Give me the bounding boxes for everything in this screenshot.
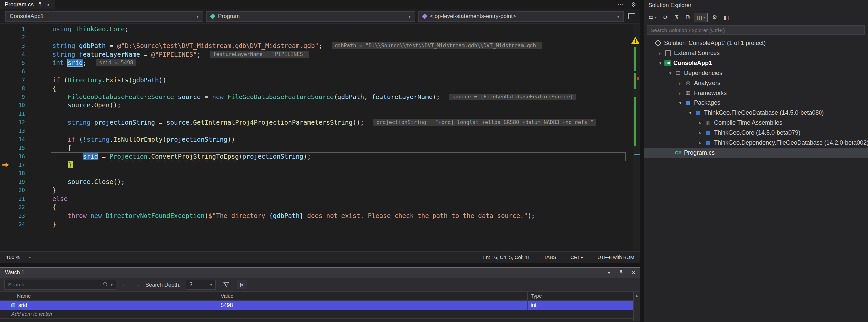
breakpoint-margin[interactable] [0,161,11,170]
code-line-20[interactable]: 20} [0,186,641,195]
code-text[interactable]: source.Open(); [25,101,121,110]
code-editor[interactable]: 1using ThinkGeo.Core;23string gdbPath = … [0,24,641,251]
encoding[interactable]: UTF-8 with BOM [597,254,634,260]
column-header-type[interactable]: Type [528,292,633,300]
breakpoint-margin[interactable] [0,59,11,67]
breakpoint-margin[interactable] [0,144,11,152]
expander-icon[interactable]: ▹ [676,91,684,96]
close-icon[interactable]: × [632,269,636,276]
caret-position[interactable]: Ln: 16, Ch: 5, Col: 11 [483,254,530,260]
code-line-10[interactable]: 10 source.Open(); [0,101,641,110]
breakpoint-margin[interactable] [0,195,11,203]
refresh-icon[interactable]: ⟳ [661,13,670,22]
expander-icon[interactable]: ▹ [676,80,684,85]
type-dropdown[interactable]: Program ▾ [206,11,415,22]
gear-icon[interactable]: ⚙ [631,1,637,8]
code-text[interactable]: if (Directory.Exists(gdbPath)) [25,76,166,84]
code-text[interactable]: if (!string.IsNullOrEmpty(projectionStri… [25,135,235,144]
code-text[interactable] [25,110,53,118]
code-line-14[interactable]: 14 if (!string.IsNullOrEmpty(projectionS… [0,135,641,144]
expander-icon[interactable]: ▾ [666,71,674,76]
watch-title-bar[interactable]: Watch 1 ▾ × [0,267,640,278]
tree-item-frameworks[interactable]: ▹▦Frameworks [644,88,868,98]
expander-icon[interactable]: ▹ [696,140,704,145]
code-line-15[interactable]: 15 { [0,144,641,152]
breakpoint-margin[interactable] [0,152,11,161]
code-text[interactable]: string featureLayerName = @"PIPELINES";f… [25,50,309,59]
tree-item-solution-consoleapp1-1-of-1-project[interactable]: Solution 'ConsoleApp1' (1 of 1 project) [644,38,868,48]
switch-views-icon[interactable]: ⇆▾ [646,13,659,22]
breakpoint-margin[interactable] [0,76,11,84]
code-text[interactable] [25,169,53,178]
expander-icon[interactable]: ▾ [686,110,694,115]
split-editor-icon[interactable] [628,13,635,19]
close-icon[interactable]: × [46,2,50,8]
pin-icon[interactable] [38,1,42,8]
line-ending[interactable]: CRLF [570,254,583,260]
pin-icon[interactable] [619,270,623,276]
expander-icon[interactable]: ▾ [656,61,664,66]
code-text[interactable]: { [25,84,56,93]
tree-item-external-sources[interactable]: ▹External Sources [644,48,868,58]
tree-item-thinkgeo-core-14-5-0-beta079[interactable]: ▹ThinkGeo.Core (14.5.0-beta079) [644,128,868,138]
column-header-value[interactable]: Value [217,292,528,300]
breakpoint-margin[interactable] [0,50,11,59]
breakpoint-margin[interactable] [0,169,11,178]
code-line-6[interactable]: 6 [0,67,641,76]
zoom-control[interactable]: 100 % ▾ [6,254,31,260]
breakpoint-margin[interactable] [0,212,11,220]
tree-item-compile-time-assemblies[interactable]: ▹▥Compile Time Assemblies [644,118,868,128]
code-text[interactable]: } [25,220,56,229]
code-text[interactable] [25,127,53,135]
code-text[interactable]: string gdbPath = @"D:\Source\test\DVT_Mi… [25,42,542,50]
code-text[interactable]: using ThinkGeo.Core; [25,25,129,34]
solution-search-box[interactable] [647,25,865,35]
search-icon[interactable] [103,282,108,288]
tree-item-packages[interactable]: ▾Packages [644,98,868,108]
code-line-18[interactable]: 18 [0,169,641,178]
breakpoint-margin[interactable] [0,220,11,229]
breakpoint-margin[interactable] [0,67,11,76]
breakpoint-margin[interactable] [0,135,11,144]
project-dropdown[interactable]: ConsoleApp1 ▾ [5,11,203,22]
breakpoint-margin[interactable] [0,34,11,42]
code-text[interactable]: srid = Projection.ConvertProjStringToEps… [25,152,311,161]
search-back-icon[interactable]: ← [122,281,128,288]
breakpoint-margin[interactable] [0,93,11,102]
breakpoint-margin[interactable] [0,203,11,212]
responsive-mode-icon[interactable] [237,280,247,289]
expander-icon[interactable]: ▹ [696,130,704,135]
code-text[interactable]: source.Close(); [25,178,125,186]
code-text[interactable]: } [25,186,56,195]
breakpoint-margin[interactable] [0,118,11,127]
preview-selected-items-icon[interactable]: ◧ [721,13,731,22]
watch-search-input[interactable] [8,282,103,287]
tree-item-thinkgeo-filegeodatabase-14-5-0-beta080[interactable]: ▾ThinkGeo.FileGeoDatabase (14.5.0-beta08… [644,108,868,118]
code-text[interactable]: string projectionString = source.GetInte… [25,118,596,127]
editor-scrollbar[interactable] [633,24,641,251]
breakpoint-margin[interactable] [0,110,11,118]
warning-icon[interactable]: ! [631,37,640,45]
code-line-12[interactable]: 12 string projectionString = source.GetI… [0,118,641,127]
code-text[interactable] [25,34,53,42]
code-line-21[interactable]: 21else [0,195,641,203]
watch-row-srid[interactable]: srid5498int [0,301,633,310]
more-options-icon[interactable]: ⋯ [617,1,623,8]
code-line-1[interactable]: 1using ThinkGeo.Core; [0,25,641,34]
code-text[interactable]: else [25,195,68,203]
collapse-all-icon[interactable]: ⊼ [672,13,681,22]
code-line-3[interactable]: 3string gdbPath = @"D:\Source\test\DVT_M… [0,42,641,50]
column-header-name[interactable]: Name [0,292,217,300]
breakpoint-margin[interactable] [0,101,11,110]
code-line-19[interactable]: 19 source.Close(); [0,178,641,186]
code-text[interactable]: } [25,161,73,170]
tree-item-thinkgeo-dependency-filegeodatabase-14-2[interactable]: ▹ThinkGeo.Dependency.FileGeoDatabase (14… [644,138,868,148]
code-text[interactable]: { [25,203,56,212]
code-line-8[interactable]: 8{ [0,84,641,93]
member-dropdown[interactable]: <top-level-statements-entry-point> ▾ [418,11,623,22]
tree-item-program-cs[interactable]: C#Program.cs [644,148,868,157]
code-line-24[interactable]: 24} [0,220,641,229]
code-line-7[interactable]: 7if (Directory.Exists(gdbPath)) [0,76,641,84]
solution-explorer-title-bar[interactable]: Solution Explorer [644,0,868,11]
expander-icon[interactable]: ▹ [696,120,704,126]
